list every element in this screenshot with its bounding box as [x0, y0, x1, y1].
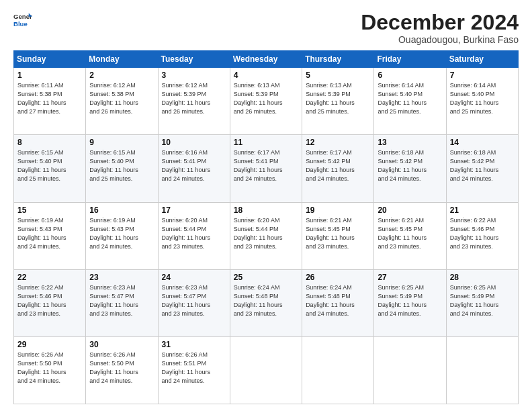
day-number: 23: [89, 273, 154, 282]
day-info: Sunrise: 6:14 AM Sunset: 5:40 PM Dayligh…: [378, 81, 442, 116]
header: General Blue December 2024 Ouagadougou, …: [13, 11, 519, 45]
table-row: 14Sunrise: 6:18 AM Sunset: 5:42 PM Dayli…: [446, 135, 518, 202]
day-number: 20: [378, 205, 442, 215]
day-number: 5: [306, 71, 370, 80]
day-number: 22: [17, 273, 82, 282]
day-number: 1: [17, 71, 82, 80]
day-info: Sunrise: 6:17 AM Sunset: 5:42 PM Dayligh…: [306, 148, 370, 183]
day-info: Sunrise: 6:19 AM Sunset: 5:43 PM Dayligh…: [17, 216, 82, 251]
location: Ouagadougou, Burkina Faso: [361, 34, 519, 45]
day-info: Sunrise: 6:15 AM Sunset: 5:40 PM Dayligh…: [89, 148, 154, 183]
table-row: 19Sunrise: 6:21 AM Sunset: 5:45 PM Dayli…: [302, 202, 374, 269]
table-row: 10Sunrise: 6:16 AM Sunset: 5:41 PM Dayli…: [158, 135, 230, 202]
table-row: 16Sunrise: 6:19 AM Sunset: 5:43 PM Dayli…: [86, 202, 158, 269]
day-number: 18: [234, 205, 298, 215]
month-title: December 2024: [361, 11, 519, 34]
col-saturday: Saturday: [446, 51, 518, 68]
day-number: 14: [450, 138, 515, 147]
table-row: 24Sunrise: 6:23 AM Sunset: 5:47 PM Dayli…: [158, 269, 230, 336]
table-row: [302, 336, 374, 404]
day-number: 30: [89, 340, 154, 349]
day-info: Sunrise: 6:14 AM Sunset: 5:40 PM Dayligh…: [450, 81, 515, 116]
col-thursday: Thursday: [302, 51, 374, 68]
calendar-table: Sunday Monday Tuesday Wednesday Thursday…: [13, 50, 519, 404]
table-row: 7Sunrise: 6:14 AM Sunset: 5:40 PM Daylig…: [446, 68, 518, 135]
table-row: 20Sunrise: 6:21 AM Sunset: 5:45 PM Dayli…: [374, 202, 446, 269]
day-info: Sunrise: 6:24 AM Sunset: 5:48 PM Dayligh…: [234, 283, 298, 318]
day-info: Sunrise: 6:23 AM Sunset: 5:47 PM Dayligh…: [162, 283, 226, 318]
day-info: Sunrise: 6:21 AM Sunset: 5:45 PM Dayligh…: [306, 216, 370, 251]
week-row-3: 15Sunrise: 6:19 AM Sunset: 5:43 PM Dayli…: [14, 202, 519, 269]
day-info: Sunrise: 6:12 AM Sunset: 5:39 PM Dayligh…: [162, 81, 226, 116]
day-info: Sunrise: 6:25 AM Sunset: 5:49 PM Dayligh…: [378, 283, 442, 318]
day-info: Sunrise: 6:12 AM Sunset: 5:38 PM Dayligh…: [89, 81, 154, 116]
week-row-2: 8Sunrise: 6:15 AM Sunset: 5:40 PM Daylig…: [14, 135, 519, 202]
col-tuesday: Tuesday: [158, 51, 230, 68]
day-number: 27: [378, 273, 442, 282]
table-row: 26Sunrise: 6:24 AM Sunset: 5:48 PM Dayli…: [302, 269, 374, 336]
table-row: [374, 336, 446, 404]
table-row: 9Sunrise: 6:15 AM Sunset: 5:40 PM Daylig…: [86, 135, 158, 202]
header-row: Sunday Monday Tuesday Wednesday Thursday…: [14, 51, 519, 68]
day-info: Sunrise: 6:19 AM Sunset: 5:43 PM Dayligh…: [89, 216, 154, 251]
table-row: 13Sunrise: 6:18 AM Sunset: 5:42 PM Dayli…: [374, 135, 446, 202]
day-number: 31: [162, 340, 226, 349]
day-number: 9: [89, 138, 154, 147]
table-row: 5Sunrise: 6:13 AM Sunset: 5:39 PM Daylig…: [302, 68, 374, 135]
day-number: 2: [89, 71, 154, 80]
day-number: 11: [234, 138, 298, 147]
day-info: Sunrise: 6:22 AM Sunset: 5:46 PM Dayligh…: [17, 283, 82, 318]
table-row: 17Sunrise: 6:20 AM Sunset: 5:44 PM Dayli…: [158, 202, 230, 269]
logo: General Blue: [13, 11, 32, 30]
table-row: 11Sunrise: 6:17 AM Sunset: 5:41 PM Dayli…: [230, 135, 302, 202]
day-info: Sunrise: 6:18 AM Sunset: 5:42 PM Dayligh…: [450, 148, 515, 183]
col-sunday: Sunday: [14, 51, 86, 68]
table-row: 28Sunrise: 6:25 AM Sunset: 5:49 PM Dayli…: [446, 269, 518, 336]
day-number: 25: [234, 273, 298, 282]
table-row: 21Sunrise: 6:22 AM Sunset: 5:46 PM Dayli…: [446, 202, 518, 269]
day-number: 28: [450, 273, 515, 282]
day-info: Sunrise: 6:17 AM Sunset: 5:41 PM Dayligh…: [234, 148, 298, 183]
col-wednesday: Wednesday: [230, 51, 302, 68]
day-info: Sunrise: 6:26 AM Sunset: 5:50 PM Dayligh…: [17, 351, 82, 385]
day-info: Sunrise: 6:21 AM Sunset: 5:45 PM Dayligh…: [378, 216, 442, 251]
day-number: 17: [162, 205, 226, 215]
day-number: 24: [162, 273, 226, 282]
day-number: 7: [450, 71, 515, 80]
table-row: 4Sunrise: 6:13 AM Sunset: 5:39 PM Daylig…: [230, 68, 302, 135]
day-number: 4: [234, 71, 298, 80]
day-info: Sunrise: 6:23 AM Sunset: 5:47 PM Dayligh…: [89, 283, 154, 318]
day-number: 21: [450, 205, 515, 215]
table-row: 23Sunrise: 6:23 AM Sunset: 5:47 PM Dayli…: [86, 269, 158, 336]
col-monday: Monday: [86, 51, 158, 68]
day-info: Sunrise: 6:22 AM Sunset: 5:46 PM Dayligh…: [450, 216, 515, 251]
day-info: Sunrise: 6:26 AM Sunset: 5:51 PM Dayligh…: [162, 351, 226, 385]
table-row: 18Sunrise: 6:20 AM Sunset: 5:44 PM Dayli…: [230, 202, 302, 269]
table-row: [446, 336, 518, 404]
day-info: Sunrise: 6:20 AM Sunset: 5:44 PM Dayligh…: [162, 216, 226, 251]
day-info: Sunrise: 6:15 AM Sunset: 5:40 PM Dayligh…: [17, 148, 82, 183]
day-info: Sunrise: 6:18 AM Sunset: 5:42 PM Dayligh…: [378, 148, 442, 183]
table-row: 30Sunrise: 6:26 AM Sunset: 5:50 PM Dayli…: [86, 336, 158, 404]
col-friday: Friday: [374, 51, 446, 68]
table-row: 12Sunrise: 6:17 AM Sunset: 5:42 PM Dayli…: [302, 135, 374, 202]
day-info: Sunrise: 6:20 AM Sunset: 5:44 PM Dayligh…: [234, 216, 298, 251]
day-number: 16: [89, 205, 154, 215]
day-info: Sunrise: 6:25 AM Sunset: 5:49 PM Dayligh…: [450, 283, 515, 318]
week-row-4: 22Sunrise: 6:22 AM Sunset: 5:46 PM Dayli…: [14, 269, 519, 336]
day-info: Sunrise: 6:26 AM Sunset: 5:50 PM Dayligh…: [89, 351, 154, 385]
day-number: 12: [306, 138, 370, 147]
day-number: 29: [17, 340, 82, 349]
table-row: 15Sunrise: 6:19 AM Sunset: 5:43 PM Dayli…: [14, 202, 86, 269]
table-row: 29Sunrise: 6:26 AM Sunset: 5:50 PM Dayli…: [14, 336, 86, 404]
table-row: 27Sunrise: 6:25 AM Sunset: 5:49 PM Dayli…: [374, 269, 446, 336]
week-row-1: 1Sunrise: 6:11 AM Sunset: 5:38 PM Daylig…: [14, 68, 519, 135]
day-number: 10: [162, 138, 226, 147]
day-number: 6: [378, 71, 442, 80]
day-number: 8: [17, 138, 82, 147]
table-row: [230, 336, 302, 404]
table-row: 31Sunrise: 6:26 AM Sunset: 5:51 PM Dayli…: [158, 336, 230, 404]
day-number: 19: [306, 205, 370, 215]
day-info: Sunrise: 6:11 AM Sunset: 5:38 PM Dayligh…: [17, 81, 82, 116]
day-number: 13: [378, 138, 442, 147]
